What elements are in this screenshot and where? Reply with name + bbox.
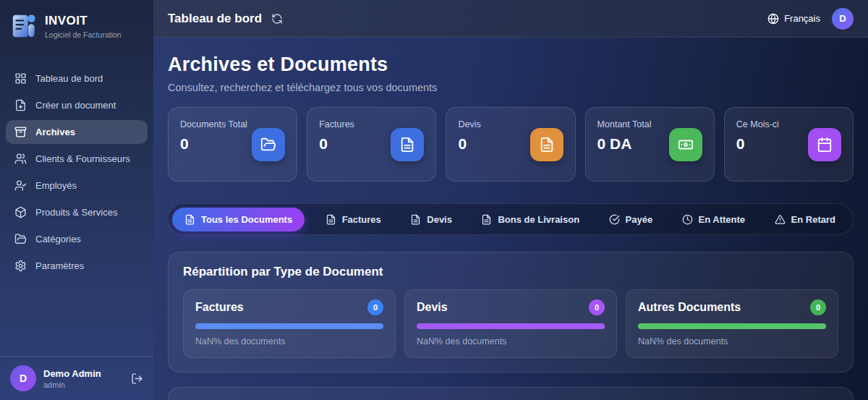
- distribution-card-devis: Devis 0 NaN% des documents: [404, 289, 617, 358]
- stat-label: Ce Mois-ci: [736, 119, 804, 131]
- user-role: admin: [43, 380, 101, 389]
- sidebar-item-employees[interactable]: Employés: [6, 174, 148, 197]
- stat-label: Factures: [319, 119, 387, 131]
- logout-button[interactable]: [131, 373, 143, 385]
- next-section-partial: [168, 387, 854, 400]
- progress-bar: [195, 323, 383, 329]
- clock-icon: [682, 214, 693, 225]
- distribution-title: Répartition par Type de Document: [183, 265, 838, 279]
- sidebar-item-settings[interactable]: Paramètres: [6, 254, 148, 278]
- percent-note: NaN% des documents: [417, 336, 605, 346]
- sidebar-item-label: Employés: [35, 180, 77, 191]
- refresh-icon: [271, 13, 283, 25]
- topbar-avatar[interactable]: D: [832, 8, 854, 30]
- sidebar-item-categories[interactable]: Catégories: [6, 227, 148, 251]
- distribution-label: Devis: [417, 301, 448, 314]
- dashboard-icon: [14, 72, 27, 85]
- tab-en-attente[interactable]: En Attente: [673, 208, 754, 231]
- file-text-icon: [530, 128, 563, 161]
- app-tagline: Logiciel de Facturation: [45, 30, 122, 39]
- content: Archives et Documents Consultez, recherc…: [153, 38, 868, 400]
- sidebar-nav: Tableau de bord Créer un document Archiv…: [0, 67, 153, 356]
- package-icon: [14, 206, 27, 218]
- refresh-button[interactable]: [271, 13, 283, 25]
- sidebar-user-panel: D Demo Admin admin: [0, 356, 153, 400]
- tab-label: En Retard: [791, 214, 835, 225]
- file-text-icon: [391, 128, 424, 161]
- alert-triangle-icon: [775, 214, 786, 225]
- file-text-icon: [481, 214, 492, 225]
- banknote-icon: [669, 128, 702, 161]
- sidebar-item-label: Paramètres: [35, 260, 84, 271]
- sidebar-item-dashboard[interactable]: Tableau de bord: [6, 67, 148, 90]
- sidebar: INVOIT Logiciel de Facturation Tableau d…: [0, 0, 153, 400]
- sidebar-item-label: Créer un document: [35, 100, 116, 111]
- stat-card-documents-total: Documents Total 0: [168, 107, 297, 182]
- user-avatar: D: [10, 365, 36, 391]
- globe-icon: [767, 13, 779, 25]
- folder-icon: [14, 233, 27, 245]
- user-name: Demo Admin: [43, 368, 101, 379]
- distribution-label: Factures: [195, 301, 244, 314]
- folder-open-icon: [252, 128, 285, 161]
- tab-label: Payée: [626, 214, 653, 225]
- tab-devis[interactable]: Devis: [401, 208, 461, 231]
- page-title: Archives et Documents: [168, 54, 854, 76]
- file-plus-icon: [14, 99, 27, 111]
- stat-card-montant-total: Montant Total 0 DA: [585, 107, 715, 182]
- sidebar-item-label: Archives: [35, 127, 75, 137]
- topbar: Tableau de bord Français D: [153, 0, 868, 38]
- file-text-icon: [184, 214, 195, 225]
- users-icon: [14, 153, 27, 165]
- tab-en-retard[interactable]: En Retard: [766, 208, 844, 231]
- distribution-card-factures: Factures 0 NaN% des documents: [183, 289, 396, 358]
- user-check-icon: [14, 179, 27, 192]
- progress-bar: [417, 323, 605, 329]
- language-label: Français: [784, 13, 820, 24]
- archive-icon: [14, 126, 27, 138]
- sidebar-item-label: Produits & Services: [35, 207, 117, 218]
- tab-label: Tous les Documents: [201, 214, 292, 225]
- app-name: INVOIT: [45, 14, 122, 28]
- sidebar-item-create-document[interactable]: Créer un document: [6, 93, 148, 117]
- stats-row: Documents Total 0 Factures 0 Devis 0: [168, 107, 854, 182]
- main-area: Tableau de bord Français D Archives et D…: [153, 0, 868, 400]
- calendar-icon: [808, 128, 841, 161]
- tab-factures[interactable]: Factures: [317, 208, 390, 231]
- gear-icon: [14, 260, 27, 272]
- sidebar-item-archives[interactable]: Archives: [6, 120, 148, 144]
- tab-bons-de-livraison[interactable]: Bons de Livraison: [472, 208, 588, 231]
- stat-card-devis: Devis 0: [446, 107, 575, 182]
- sidebar-item-label: Catégories: [35, 234, 81, 244]
- count-badge: 0: [367, 299, 383, 315]
- sidebar-item-clients[interactable]: Clients & Fournisseurs: [6, 147, 148, 171]
- tab-tous-les-documents[interactable]: Tous les Documents: [172, 208, 305, 231]
- progress-bar: [638, 323, 826, 329]
- tab-label: Devis: [427, 214, 452, 225]
- percent-note: NaN% des documents: [638, 336, 826, 346]
- distribution-label: Autres Documents: [638, 301, 741, 314]
- stat-label: Devis: [458, 119, 526, 131]
- stat-label: Montant Total: [597, 119, 665, 131]
- sidebar-item-products[interactable]: Produits & Services: [6, 200, 148, 224]
- filter-tabs-bar: Tous les Documents Factures Devis Bons d…: [168, 203, 854, 235]
- percent-note: NaN% des documents: [195, 336, 383, 346]
- stat-card-ce-mois: Ce Mois-ci 0: [724, 107, 854, 182]
- language-selector[interactable]: Français: [767, 13, 820, 25]
- sidebar-item-label: Clients & Fournisseurs: [35, 153, 130, 164]
- tab-label: En Attente: [699, 214, 746, 225]
- topbar-title: Tableau de bord: [168, 12, 262, 26]
- invoice-logo-icon: [10, 11, 38, 41]
- distribution-row: Factures 0 NaN% des documents Devis 0 Na…: [183, 289, 838, 358]
- distribution-section: Répartition par Type de Document Facture…: [168, 252, 854, 373]
- stat-label: Documents Total: [180, 119, 248, 131]
- page-subtitle: Consultez, recherchez et téléchargez tou…: [168, 82, 854, 93]
- logout-icon: [131, 373, 143, 385]
- app-logo: INVOIT Logiciel de Facturation: [0, 0, 153, 47]
- tab-label: Factures: [342, 214, 381, 225]
- count-badge: 0: [810, 299, 826, 315]
- tab-label: Bons de Livraison: [498, 214, 579, 225]
- sidebar-item-label: Tableau de bord: [35, 73, 103, 84]
- count-badge: 0: [589, 299, 605, 315]
- tab-payee[interactable]: Payée: [600, 208, 662, 231]
